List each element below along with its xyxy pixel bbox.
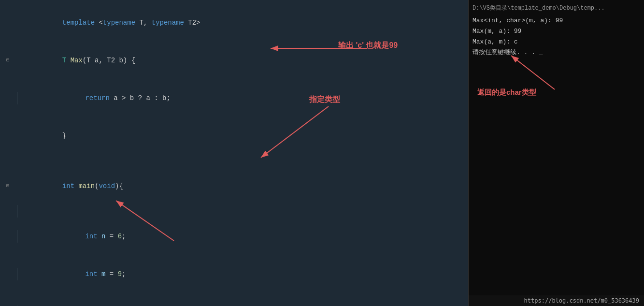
code-line <box>0 155 468 167</box>
code-line: ⊟ T Max(T a, T2 b) { <box>0 42 468 79</box>
code-text: int m = 9; <box>20 255 464 293</box>
code-text <box>14 155 464 167</box>
code-line: int m = 9; <box>0 255 468 293</box>
code-content: template <typename T, typename T2> ⊟ T M… <box>0 0 468 306</box>
terminal-line-2: Max(m, a): 99 <box>472 26 640 37</box>
indent-bar <box>14 268 20 280</box>
code-text: int n = 6; <box>20 218 464 255</box>
svg-line-5 <box>511 56 555 89</box>
code-text: int main(void){ <box>14 167 464 205</box>
fold-icon[interactable]: ⊟ <box>5 180 11 192</box>
indent-bar <box>14 205 20 218</box>
code-text <box>20 205 464 218</box>
main-container: template <typename T, typename T2> ⊟ T M… <box>0 0 644 306</box>
code-line: char a = 'c'; //'c' 对应的ascll码值是 99 <box>0 293 468 306</box>
code-line: template <typename T, typename T2> <box>0 4 468 42</box>
code-line: return a > b ? a : b; <box>0 79 468 117</box>
code-text: T Max(T a, T2 b) { <box>14 42 464 79</box>
code-line <box>0 205 468 218</box>
url-bar: https://blog.csdn.net/m0_53636439 <box>469 295 644 306</box>
url-text: https://blog.csdn.net/m0_53636439 <box>524 297 639 304</box>
editor-area: template <typename T, typename T2> ⊟ T M… <box>0 0 644 306</box>
terminal-line-1: Max<int, char>(m, a): 99 <box>472 15 640 26</box>
code-text: char a = 'c'; //'c' 对应的ascll码值是 99 <box>20 293 464 306</box>
code-panel: template <typename T, typename T2> ⊟ T M… <box>0 0 469 306</box>
code-line: ⊟ int main(void){ <box>0 167 468 205</box>
terminal-path: D:\VS类目录\template_demo\Debug\temp... <box>472 3 640 14</box>
terminal-line-4: 请按任意键继续. . . _ <box>472 47 640 58</box>
code-line: int n = 6; <box>0 218 468 255</box>
indent-bar <box>14 92 20 104</box>
line-gutter: ⊟ <box>0 54 14 67</box>
indent-bar <box>14 230 20 243</box>
terminal-line-3: Max(a, m): c <box>472 37 640 47</box>
annotation-return-char: 返回的是char类型 <box>477 87 536 98</box>
code-line: } <box>0 117 468 155</box>
line-gutter: ⊟ <box>0 180 14 192</box>
code-text: return a > b ? a : b; <box>20 79 464 117</box>
code-text: template <typename T, typename T2> <box>14 4 464 42</box>
code-text: } <box>14 117 464 155</box>
fold-icon[interactable]: ⊟ <box>5 54 11 67</box>
terminal-panel: D:\VS类目录\template_demo\Debug\temp... Max… <box>469 0 644 306</box>
